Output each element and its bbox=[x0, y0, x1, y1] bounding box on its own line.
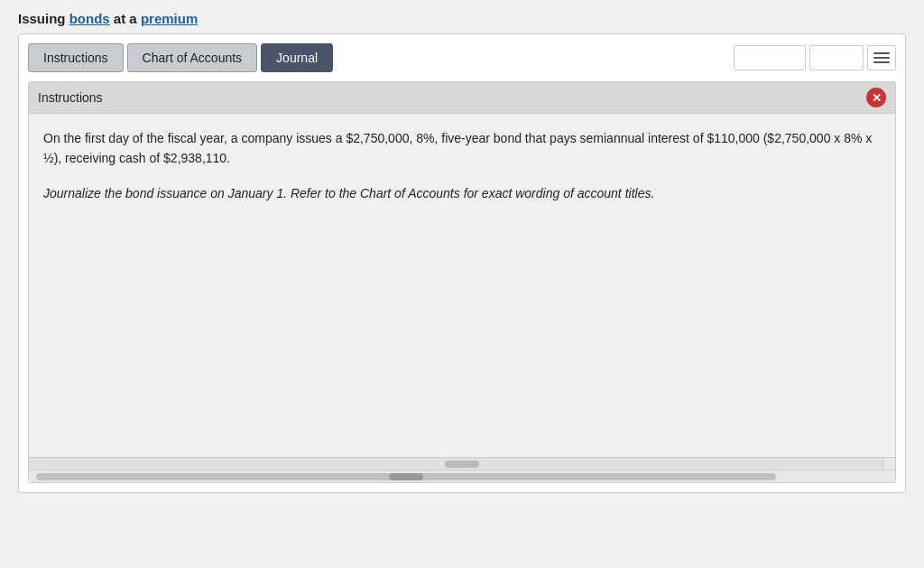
tabs-row: Instructions Chart of Accounts Journal bbox=[28, 43, 896, 72]
toolbar-menu-button[interactable] bbox=[867, 45, 896, 70]
title-prefix: Issuing bbox=[18, 11, 69, 26]
toolbar-input-1[interactable] bbox=[734, 45, 806, 70]
second-hscroll-track bbox=[36, 473, 776, 480]
horizontal-scrollbar[interactable] bbox=[29, 457, 895, 470]
page-wrapper: Issuing bonds at a premium Instructions … bbox=[0, 0, 924, 568]
close-button[interactable]: ✕ bbox=[866, 88, 886, 107]
title-bar: Issuing bonds at a premium bbox=[0, 7, 924, 33]
title-middle: at a bbox=[110, 11, 141, 26]
menu-line-2 bbox=[873, 57, 890, 59]
tab-instructions[interactable]: Instructions bbox=[28, 43, 124, 72]
tab-journal[interactable]: Journal bbox=[261, 43, 333, 72]
premium-link[interactable]: premium bbox=[141, 11, 198, 26]
second-hscroll-handle bbox=[389, 473, 423, 480]
main-container: Instructions Chart of Accounts Journal I… bbox=[18, 33, 906, 493]
panel-content-wrapper: On the first day of the fiscal year, a c… bbox=[29, 114, 895, 482]
panel-header: Instructions ✕ bbox=[29, 82, 895, 114]
menu-line-3 bbox=[873, 61, 890, 63]
body-text-2: Journalize the bond issuance on January … bbox=[43, 183, 881, 203]
hscroll-thumb bbox=[445, 461, 479, 468]
body-text-1: On the first day of the fiscal year, a c… bbox=[43, 128, 881, 169]
menu-line-1 bbox=[873, 52, 890, 54]
panel-body: On the first day of the fiscal year, a c… bbox=[29, 114, 895, 457]
panel-title: Instructions bbox=[38, 90, 103, 105]
second-hscroll-bar[interactable] bbox=[29, 470, 895, 482]
toolbar-input-2[interactable] bbox=[809, 45, 864, 70]
tab-chart-of-accounts[interactable]: Chart of Accounts bbox=[127, 43, 258, 72]
toolbar-right bbox=[734, 45, 896, 70]
content-panel: Instructions ✕ On the first day of the f… bbox=[28, 81, 896, 483]
bonds-link[interactable]: bonds bbox=[69, 11, 110, 26]
vertical-scrollbar[interactable] bbox=[882, 458, 895, 470]
